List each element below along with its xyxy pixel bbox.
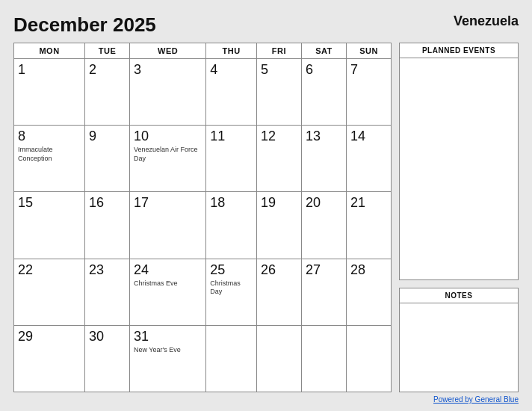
day-number: 3 (134, 62, 202, 78)
day-of-week-header: MON (14, 43, 85, 59)
event-label: Venezuelan Air Force Day (134, 146, 202, 163)
day-number: 15 (18, 195, 81, 211)
day-number: 7 (350, 62, 387, 78)
calendar-day-cell: 14 (346, 126, 391, 192)
day-number: 1 (18, 62, 81, 78)
day-number: 23 (89, 262, 126, 278)
calendar-day-cell: 24Christmas Eve (130, 259, 206, 325)
event-label: New Year's Eve (134, 346, 202, 355)
day-of-week-header: THU (206, 43, 257, 59)
day-number: 9 (89, 129, 126, 144)
calendar-day-cell (346, 325, 391, 392)
calendar-day-cell: 7 (346, 59, 391, 126)
powered-by-link[interactable]: Powered by General Blue (433, 395, 519, 404)
calendar-day-cell: 19 (256, 192, 301, 259)
calendar-day-cell (256, 325, 301, 392)
planned-events-box: PLANNED EVENTS (399, 43, 519, 280)
day-of-week-header: SUN (346, 43, 391, 59)
day-number: 20 (306, 195, 342, 211)
notes-content (400, 303, 518, 387)
calendar-week-row: 8Immaculate Conception910Venezuelan Air … (14, 126, 392, 192)
day-number: 18 (210, 195, 253, 211)
calendar-day-cell (206, 325, 257, 392)
calendar-day-cell: 12 (256, 126, 301, 192)
day-number: 13 (306, 129, 342, 144)
calendar-day-cell: 11 (206, 126, 257, 192)
calendar-day-cell: 25Christmas Day (206, 259, 257, 325)
calendar-day-cell (301, 325, 346, 392)
day-number: 5 (261, 62, 297, 78)
calendar-day-cell: 29 (14, 325, 85, 392)
calendar-day-cell: 31New Year's Eve (130, 325, 206, 392)
calendar-day-cell: 10Venezuelan Air Force Day (130, 126, 206, 192)
calendar-day-cell: 15 (14, 192, 85, 259)
day-number: 8 (18, 129, 81, 144)
calendar-week-row: 222324Christmas Eve25Christmas Day262728 (14, 259, 392, 325)
planned-events-header: PLANNED EVENTS (400, 43, 518, 58)
calendar-day-cell: 28 (346, 259, 391, 325)
day-of-week-header: WED (130, 43, 206, 59)
footer: Powered by General Blue (13, 395, 519, 404)
calendar-day-cell: 21 (346, 192, 391, 259)
day-number: 16 (89, 195, 126, 211)
calendar-day-cell: 1 (14, 59, 85, 126)
calendar-page: December 2025 Venezuela MONTUEWEDTHUFRIS… (0, 0, 532, 411)
notes-box: NOTES (399, 288, 519, 392)
calendar-section: MONTUEWEDTHUFRISATSUN 12345678Immaculate… (13, 43, 392, 392)
day-of-week-header: FRI (256, 43, 301, 59)
country-label: Venezuela (454, 13, 519, 29)
notes-header: NOTES (400, 288, 518, 303)
calendar-day-cell: 23 (85, 259, 130, 325)
calendar-week-row: 15161718192021 (14, 192, 392, 259)
day-number: 4 (210, 62, 253, 78)
day-number: 19 (261, 195, 297, 211)
day-number: 30 (89, 329, 126, 344)
day-number: 31 (134, 329, 202, 344)
header: December 2025 Venezuela (13, 13, 519, 37)
day-number: 27 (306, 262, 342, 278)
calendar-day-cell: 18 (206, 192, 257, 259)
day-number: 11 (210, 129, 253, 144)
day-number: 24 (134, 262, 202, 278)
calendar-day-cell: 6 (301, 59, 346, 126)
calendar-day-cell: 5 (256, 59, 301, 126)
calendar-day-cell: 30 (85, 325, 130, 392)
event-label: Immaculate Conception (18, 146, 81, 163)
calendar-week-row: 1234567 (14, 59, 392, 126)
day-number: 21 (350, 195, 387, 211)
calendar-day-cell: 9 (85, 126, 130, 192)
calendar-table: MONTUEWEDTHUFRISATSUN 12345678Immaculate… (13, 43, 392, 392)
calendar-day-cell: 16 (85, 192, 130, 259)
day-number: 17 (134, 195, 202, 211)
day-of-week-header: TUE (85, 43, 130, 59)
planned-events-content (400, 58, 518, 275)
day-number: 2 (89, 62, 126, 78)
event-label: Christmas Eve (134, 279, 202, 288)
day-of-week-header: SAT (301, 43, 346, 59)
main-content: MONTUEWEDTHUFRISATSUN 12345678Immaculate… (13, 43, 519, 392)
day-number: 26 (261, 262, 297, 278)
calendar-day-cell: 4 (206, 59, 257, 126)
day-number: 22 (18, 262, 81, 278)
calendar-day-cell: 22 (14, 259, 85, 325)
calendar-day-cell: 3 (130, 59, 206, 126)
day-number: 29 (18, 329, 81, 344)
day-number: 10 (134, 129, 202, 144)
calendar-day-cell: 13 (301, 126, 346, 192)
calendar-week-row: 293031New Year's Eve (14, 325, 392, 392)
day-number: 25 (210, 262, 253, 278)
day-number: 14 (350, 129, 387, 144)
calendar-day-cell: 2 (85, 59, 130, 126)
calendar-day-cell: 17 (130, 192, 206, 259)
calendar-day-cell: 8Immaculate Conception (14, 126, 85, 192)
calendar-day-cell: 26 (256, 259, 301, 325)
calendar-day-cell: 20 (301, 192, 346, 259)
day-number: 6 (306, 62, 342, 78)
day-number: 28 (350, 262, 387, 278)
event-label: Christmas Day (210, 279, 253, 297)
calendar-day-cell: 27 (301, 259, 346, 325)
day-number: 12 (261, 129, 297, 144)
right-section: PLANNED EVENTS NOTES (399, 43, 519, 392)
calendar-title: December 2025 (13, 13, 156, 37)
